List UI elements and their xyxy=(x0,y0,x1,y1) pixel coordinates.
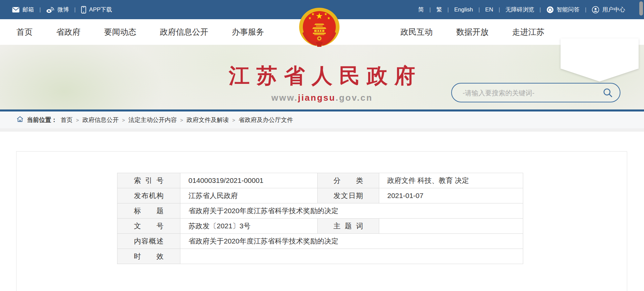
accessibility-link[interactable]: 无障碍浏览 xyxy=(505,6,534,13)
smart-qa-link[interactable]: 智能问答 xyxy=(546,6,580,13)
table-row: 文 号 苏政发〔2021〕3号 主 题 词 xyxy=(117,219,523,234)
lang-simplified-label: 简 xyxy=(418,6,424,13)
accessibility-label: 无障碍浏览 xyxy=(505,6,534,13)
search-button[interactable] xyxy=(602,88,614,99)
app-download-label: APP下载 xyxy=(89,6,112,13)
doc-number-value: 苏政发〔2021〕3号 xyxy=(180,219,318,234)
lang-en-link[interactable]: EN xyxy=(485,6,493,13)
page: 邮箱 | 微博 | APP下载 简 | 繁 | English | xyxy=(0,0,644,291)
breadcrumb-item-office-files[interactable]: 省政府及办公厅文件 xyxy=(239,116,293,124)
nav-item-about-jiangsu[interactable]: 走进江苏 xyxy=(512,27,544,37)
topbar-separator: | xyxy=(499,6,500,13)
nav-item-provincial-gov[interactable]: 省政府 xyxy=(56,27,80,37)
lang-en-label: EN xyxy=(485,6,493,13)
nav-item-home[interactable]: 首页 xyxy=(16,27,33,37)
issuing-agency-value: 江苏省人民政府 xyxy=(180,188,318,203)
topbar-separator: | xyxy=(74,6,75,13)
issuing-agency-header: 发布机构 xyxy=(117,188,180,203)
scrollbar-thumb[interactable] xyxy=(639,1,643,15)
breadcrumb-separator: > xyxy=(180,117,183,123)
lang-english-label: English xyxy=(454,6,473,13)
summary-value: 省政府关于2020年度江苏省科学技术奖励的决定 xyxy=(180,234,523,249)
weibo-label: 微博 xyxy=(57,6,69,13)
topbar-separator: | xyxy=(585,6,586,13)
issue-date-value: 2021-01-07 xyxy=(379,188,523,203)
search-box xyxy=(451,83,620,102)
breadcrumb-item-info-disclosure[interactable]: 政府信息公开 xyxy=(82,116,119,124)
nav-item-interaction[interactable]: 政民互动 xyxy=(400,27,433,37)
home-icon xyxy=(16,116,24,124)
nav-item-info-disclosure[interactable]: 政府信息公开 xyxy=(160,27,208,37)
topbar-separator: | xyxy=(539,6,541,13)
app-download-link[interactable]: APP下载 xyxy=(81,6,112,13)
validity-value xyxy=(180,249,523,264)
nav-item-services[interactable]: 办事服务 xyxy=(232,27,264,37)
search-input[interactable] xyxy=(462,84,595,102)
category-value: 政府文件 科技、教育 决定 xyxy=(379,173,523,188)
mail-label: 邮箱 xyxy=(23,6,34,13)
category-header: 分 类 xyxy=(318,173,379,188)
user-center-link[interactable]: 用户中心 xyxy=(592,6,625,13)
breadcrumb-item-documents[interactable]: 政府文件及解读 xyxy=(186,116,229,124)
table-row: 标 题 省政府关于2020年度江苏省科学技术奖励的决定 xyxy=(117,203,523,219)
lang-traditional-label: 繁 xyxy=(436,6,442,13)
topbar-separator: | xyxy=(448,6,449,13)
section-divider xyxy=(0,128,644,132)
nav-item-news[interactable]: 要闻动态 xyxy=(104,27,136,37)
smart-qa-icon xyxy=(546,6,554,13)
nav-left-group: 首页 省政府 要闻动态 政府信息公开 办事服务 xyxy=(16,19,264,45)
table-row: 时 效 xyxy=(117,249,523,264)
mail-link[interactable]: 邮箱 xyxy=(12,6,34,13)
breadcrumb-separator: > xyxy=(232,117,235,123)
smart-qa-label: 智能问答 xyxy=(557,6,580,13)
table-row: 发布机构 江苏省人民政府 发文日期 2021-01-07 xyxy=(117,188,523,203)
site-url: www.jiangsu.gov.cn xyxy=(271,93,372,103)
breadcrumb-label: 当前位置： xyxy=(27,116,57,124)
topbar-right-group: 简 | 繁 | English | EN | 无障碍浏览 | 智能问答 | 用户… xyxy=(418,6,625,13)
breadcrumb-item-home[interactable]: 首页 xyxy=(61,116,73,124)
url-suffix: .gov.cn xyxy=(335,93,372,103)
issue-date-header: 发文日期 xyxy=(318,188,379,203)
table-row: 索 引 号 014000319/2021-00001 分 类 政府文件 科技、教… xyxy=(117,173,523,188)
national-emblem xyxy=(298,7,341,49)
user-icon xyxy=(592,6,599,13)
topbar-separator: | xyxy=(429,6,431,13)
document-meta-table: 索 引 号 014000319/2021-00001 分 类 政府文件 科技、教… xyxy=(117,173,523,264)
mail-icon xyxy=(12,7,20,13)
breadcrumb-separator: > xyxy=(122,117,125,123)
breadcrumb-item-statutory-content[interactable]: 法定主动公开内容 xyxy=(129,116,177,124)
title-value: 省政府关于2020年度江苏省科学技术奖励的决定 xyxy=(180,203,523,219)
site-title[interactable]: 江苏省人民政府 xyxy=(229,62,422,90)
nav-item-open-data[interactable]: 数据开放 xyxy=(456,27,489,37)
nav-right-group: 政民互动 数据开放 走进江苏 xyxy=(400,19,544,45)
topbar-separator: | xyxy=(478,6,480,13)
weibo-icon xyxy=(46,6,54,13)
subject-words-header: 主 题 词 xyxy=(318,219,379,234)
lang-english-link[interactable]: English xyxy=(454,6,473,13)
lang-simplified-link[interactable]: 简 xyxy=(418,6,424,13)
topbar-left-group: 邮箱 | 微博 | APP下载 xyxy=(12,6,112,13)
breadcrumb-separator: > xyxy=(76,117,79,123)
doc-number-header: 文 号 xyxy=(117,219,180,234)
weibo-link[interactable]: 微博 xyxy=(46,6,69,13)
lang-traditional-link[interactable]: 繁 xyxy=(436,6,442,13)
table-row: 内容概述 省政府关于2020年度江苏省科学技术奖励的决定 xyxy=(117,234,523,249)
summary-header: 内容概述 xyxy=(117,234,180,249)
breadcrumb-inner: 当前位置： 首页 > 政府信息公开 > 法定主动公开内容 > 政府文件及解读 >… xyxy=(16,116,293,124)
url-highlight: jiangsu xyxy=(298,93,335,103)
validity-header: 时 效 xyxy=(117,249,180,264)
phone-icon xyxy=(81,6,86,13)
user-center-label: 用户中心 xyxy=(602,6,625,13)
index-number-value: 014000319/2021-00001 xyxy=(180,173,318,188)
search-icon xyxy=(603,94,613,99)
title-header: 标 题 xyxy=(117,203,180,219)
breadcrumb: 当前位置： 首页 > 政府信息公开 > 法定主动公开内容 > 政府文件及解读 >… xyxy=(0,111,644,128)
subject-words-value xyxy=(379,219,523,234)
url-prefix: www. xyxy=(271,93,298,103)
index-number-header: 索 引 号 xyxy=(117,173,180,188)
topbar-separator: | xyxy=(39,6,41,13)
